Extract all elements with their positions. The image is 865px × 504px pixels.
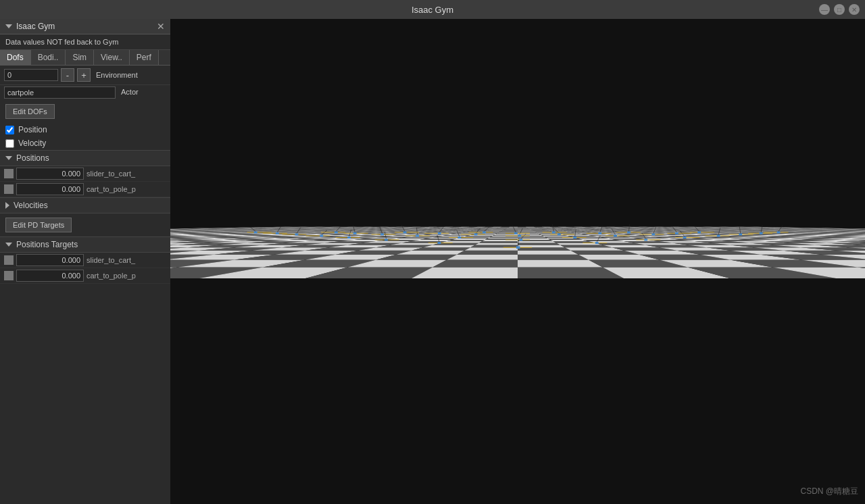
minimize-button[interactable]: —: [819, 4, 830, 15]
target-slider-thumb-1[interactable]: [4, 271, 14, 280]
actor-row: cartpole Actor: [0, 85, 170, 100]
collapse-icon: [5, 24, 12, 28]
slider-thumb-0[interactable]: [4, 169, 14, 178]
velocities-section-label: Velocities: [14, 201, 48, 210]
warning-text: Data values NOT fed back to Gym: [0, 34, 170, 50]
environment-row: - + Environment: [0, 66, 170, 85]
panel-title: Isaac Gym: [16, 22, 55, 31]
window-controls: — □ ✕: [819, 4, 860, 15]
position-target-row-1: cart_to_pole_p: [0, 268, 170, 284]
position-checkbox[interactable]: [5, 126, 14, 134]
position-value-0[interactable]: [16, 168, 84, 180]
maximize-button[interactable]: □: [834, 4, 845, 15]
tab-sim[interactable]: Sim: [66, 50, 94, 65]
env-minus-button[interactable]: -: [61, 68, 74, 82]
floor-canvas: [170, 19, 865, 504]
panel-close-icon[interactable]: ✕: [157, 22, 165, 31]
tab-perf[interactable]: Perf: [130, 50, 159, 65]
3d-viewport[interactable]: [170, 19, 865, 504]
velocities-section-header[interactable]: Velocities: [0, 197, 170, 213]
position-target-label-0: slider_to_cart_: [86, 256, 166, 264]
edit-pd-targets-button[interactable]: Edit PD Targets: [5, 218, 72, 232]
panel-header: Isaac Gym ✕: [0, 19, 170, 34]
positions-targets-section-label: Positions Targets: [16, 240, 78, 249]
position-label-0: slider_to_cart_: [86, 170, 166, 178]
position-row: Position: [0, 123, 170, 136]
tab-bar: Dofs Bodi.. Sim View.. Perf: [0, 50, 170, 66]
position-target-row-0: slider_to_cart_: [0, 253, 170, 268]
position-label-1: cart_to_pole_p: [86, 185, 166, 193]
target-slider-thumb-0[interactable]: [4, 255, 14, 265]
position-target-label-1: cart_to_pole_p: [86, 272, 166, 280]
positions-section-header[interactable]: Positions: [0, 150, 170, 166]
panel-header-left: Isaac Gym: [5, 22, 55, 31]
positions-section-label: Positions: [16, 153, 49, 163]
window-title: Isaac Gym: [412, 5, 453, 15]
tab-view[interactable]: View..: [94, 50, 130, 65]
actor-label: Actor: [118, 86, 141, 99]
velocity-label: Velocity: [18, 138, 46, 148]
position-label: Position: [18, 125, 47, 134]
tab-bodies[interactable]: Bodi..: [31, 50, 66, 65]
slider-thumb-1[interactable]: [4, 184, 14, 194]
velocity-row: Velocity: [0, 136, 170, 150]
env-plus-button[interactable]: +: [77, 68, 91, 82]
positions-targets-collapse-icon: [5, 243, 12, 247]
position-row-0: slider_to_cart_: [0, 166, 170, 182]
velocity-checkbox[interactable]: [5, 139, 14, 148]
environment-input[interactable]: [4, 69, 58, 81]
position-target-value-0[interactable]: [16, 254, 84, 266]
edit-dofs-button[interactable]: Edit DOFs: [5, 104, 55, 119]
position-row-1: cart_to_pole_p: [0, 182, 170, 197]
titlebar: Isaac Gym — □ ✕: [0, 0, 865, 19]
positions-collapse-icon: [5, 156, 12, 160]
left-panel: Isaac Gym ✕ Data values NOT fed back to …: [0, 19, 170, 504]
actor-name: cartpole: [4, 86, 116, 99]
tab-dofs[interactable]: Dofs: [0, 50, 31, 65]
position-target-value-1[interactable]: [16, 270, 84, 282]
close-button[interactable]: ✕: [849, 4, 860, 15]
position-value-1[interactable]: [16, 183, 84, 195]
velocities-expand-icon: [5, 202, 9, 209]
environment-label: Environment: [96, 71, 138, 79]
positions-targets-section-header[interactable]: Positions Targets: [0, 236, 170, 253]
